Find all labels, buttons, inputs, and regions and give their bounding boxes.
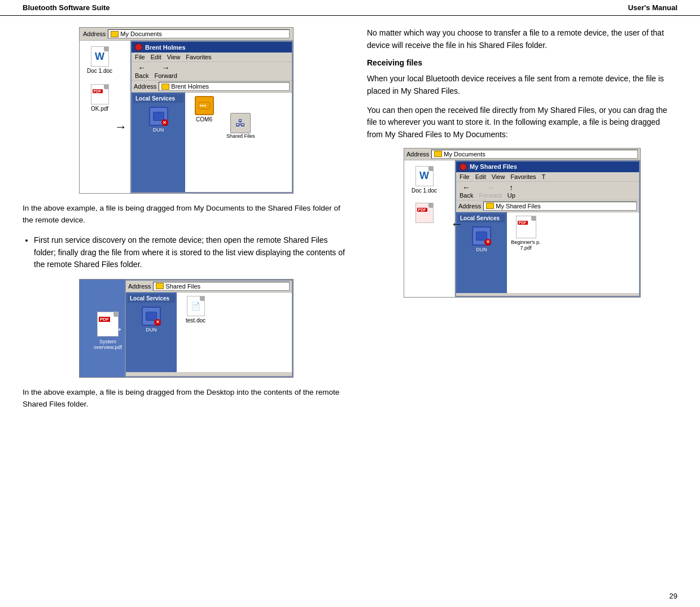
dun-icon[interactable]: ✕ bbox=[149, 107, 168, 126]
com6-label: COM6 bbox=[196, 116, 212, 123]
screenshot-1: Address My Documents W Doc 1.doc bbox=[79, 27, 294, 194]
ss3-menu-file[interactable]: File bbox=[460, 173, 470, 180]
ss3-outer-folder-icon bbox=[434, 151, 442, 157]
bullet-item-1: First run service discovery on the remot… bbox=[34, 234, 350, 271]
menu-favorites[interactable]: Favorites bbox=[186, 54, 211, 60]
dun-label: DUN bbox=[153, 127, 164, 133]
ss3-beginners-label: Beginner's p. 7.pdf bbox=[511, 239, 540, 251]
shared-label: Shared Files bbox=[226, 133, 255, 139]
ss3-forward-btn[interactable]: → Forward bbox=[479, 183, 501, 199]
inner-titlebar: Brent Holmes bbox=[132, 42, 292, 53]
ss3-inner-window: My Shared Files File Edit View Favorites… bbox=[455, 160, 640, 297]
outer-addr-value: My Documents bbox=[108, 29, 290, 38]
ss3-menu-edit[interactable]: Edit bbox=[475, 173, 486, 180]
ss3-menu: File Edit View Favorites T bbox=[456, 172, 639, 182]
ss3-bt-logo bbox=[460, 163, 467, 171]
ss3-pdf: PDF bbox=[409, 203, 440, 223]
ss3-dun-label: DUN bbox=[476, 247, 487, 252]
system-label: Systemoverview.pdf bbox=[94, 339, 122, 350]
com6-icon bbox=[195, 96, 214, 115]
inner-title: Brent Holmes bbox=[145, 44, 186, 51]
screenshot-2: PDF Systemoverview.pdf Address Shared Fi… bbox=[79, 279, 294, 378]
ss2-dun-status-icon: ✕ bbox=[154, 319, 161, 326]
dun-status-icon: ✕ bbox=[161, 119, 168, 126]
bt-logo-icon bbox=[135, 43, 142, 51]
ss3-dun-icon[interactable]: ✕ bbox=[472, 226, 491, 246]
header-left: Bluetooth Software Suite bbox=[23, 3, 110, 12]
right-para-3: You can then open the received file dire… bbox=[367, 104, 677, 141]
page-number: 29 bbox=[670, 592, 677, 600]
bullet-text-1: First run service discovery on the remot… bbox=[34, 235, 345, 269]
ss3-menu-t: T bbox=[542, 173, 546, 180]
pdf-icon: PDF bbox=[91, 84, 109, 104]
ss2-addr-bar: Address Shared Files bbox=[126, 281, 292, 292]
pdf1-file: PDF OK.pdf bbox=[84, 84, 115, 112]
inner-toolbar: ← Back → Forward bbox=[132, 62, 292, 81]
left-column: Address My Documents W Doc 1.doc bbox=[23, 27, 350, 418]
ss3-doc1-label: Doc 1.doc bbox=[412, 187, 437, 194]
svg-point-3 bbox=[204, 105, 205, 107]
right-para-1: No matter which way you choose to transf… bbox=[367, 27, 677, 51]
ss3-menu-favorites[interactable]: Favorites bbox=[510, 173, 536, 180]
inner-folder-icon bbox=[161, 84, 169, 90]
menu-file[interactable]: File bbox=[135, 54, 145, 60]
outer-addr-label: Address bbox=[83, 30, 106, 37]
ss3-inner-title: My Shared Files bbox=[470, 163, 517, 170]
pdf1-label: OK.pdf bbox=[91, 106, 108, 112]
bullet-list: First run service discovery on the remot… bbox=[34, 234, 350, 271]
ss2-folder-icon bbox=[156, 283, 164, 289]
ss3-inner-addr: Address My Shared Files bbox=[456, 200, 639, 212]
menu-view[interactable]: View bbox=[167, 54, 181, 60]
doc1-label: Doc 1.doc bbox=[87, 68, 112, 74]
outer-addr-text: My Documents bbox=[120, 30, 161, 37]
ss3-doc1: W Doc 1.doc bbox=[409, 166, 440, 194]
ss2-test-doc: 📄 test.doc bbox=[180, 296, 211, 324]
ss3-outer-addr-text: My Documents bbox=[444, 151, 485, 158]
back-button[interactable]: ← Back bbox=[135, 63, 148, 79]
com6-item: COM6 bbox=[189, 96, 220, 123]
folder-icon bbox=[111, 31, 119, 37]
caption-2: In the above example, a file is being dr… bbox=[23, 387, 350, 411]
ss3-back-btn[interactable]: ← Back bbox=[460, 183, 473, 199]
ss2-addr-text: Shared Files bbox=[165, 283, 200, 290]
shared-files-icon: 🖧 bbox=[230, 113, 251, 133]
header-right: User's Manual bbox=[628, 3, 677, 12]
ss3-local-services: Local Services bbox=[458, 214, 505, 222]
receiving-files-heading: Receiving files bbox=[367, 58, 677, 67]
right-para-2: When your local Bluetooth device receive… bbox=[367, 73, 677, 97]
forward-button[interactable]: → Forward bbox=[154, 63, 177, 79]
word-icon: W bbox=[91, 46, 109, 67]
drag-arrow-3: → bbox=[450, 217, 463, 232]
svg-point-1 bbox=[199, 105, 201, 107]
right-column: No matter which way you choose to transf… bbox=[367, 27, 677, 418]
menu-edit[interactable]: Edit bbox=[151, 54, 161, 60]
ss3-outer-addr: Address My Documents bbox=[404, 149, 640, 160]
test-doc-icon: 📄 bbox=[187, 296, 205, 316]
inner-addr-text: Brent Holmes bbox=[171, 83, 209, 90]
ss3-dun-status-icon: ✕ bbox=[484, 239, 491, 246]
page-number-text: 29 bbox=[670, 592, 677, 600]
ss3-up-btn[interactable]: ↑ Up bbox=[508, 183, 515, 199]
ss3-word-icon: W bbox=[415, 166, 434, 186]
inner-addr-bar: Address Brent Holmes bbox=[132, 81, 292, 93]
ss3-inner-addr-text: My Shared Files bbox=[496, 203, 540, 209]
ss3-pdf-icon: PDF bbox=[415, 203, 434, 223]
inner-window: Brent Holmes File Edit View Favorites ← … bbox=[130, 41, 293, 193]
ss3-toolbar: ← Back → Forward ↑ Up bbox=[456, 182, 639, 200]
ss2-dun-icon[interactable]: ✕ bbox=[142, 307, 161, 326]
ss3-inner-folder-icon bbox=[486, 203, 494, 209]
drag-arrow-2: → bbox=[111, 322, 124, 337]
local-services-label: Local Services bbox=[133, 94, 183, 103]
ss2-local-services: Local Services bbox=[128, 294, 175, 303]
page-content: Address My Documents W Doc 1.doc bbox=[0, 21, 700, 430]
ss3-beginners: PDF Beginner's p. 7.pdf bbox=[510, 216, 541, 251]
outer-addr-bar: Address My Documents bbox=[80, 28, 293, 41]
svg-point-2 bbox=[202, 105, 203, 107]
caption-1: In the above example, a file is being dr… bbox=[23, 203, 350, 226]
ss2-dun-label: DUN bbox=[146, 327, 157, 333]
ss3-beginners-icon: PDF bbox=[516, 216, 536, 238]
inner-menu: File Edit View Favorites bbox=[132, 53, 292, 62]
screenshot-3: Address My Documents W Doc 1.doc bbox=[404, 148, 641, 298]
test-doc-label: test.doc bbox=[186, 317, 205, 324]
ss3-menu-view[interactable]: View bbox=[492, 173, 505, 180]
